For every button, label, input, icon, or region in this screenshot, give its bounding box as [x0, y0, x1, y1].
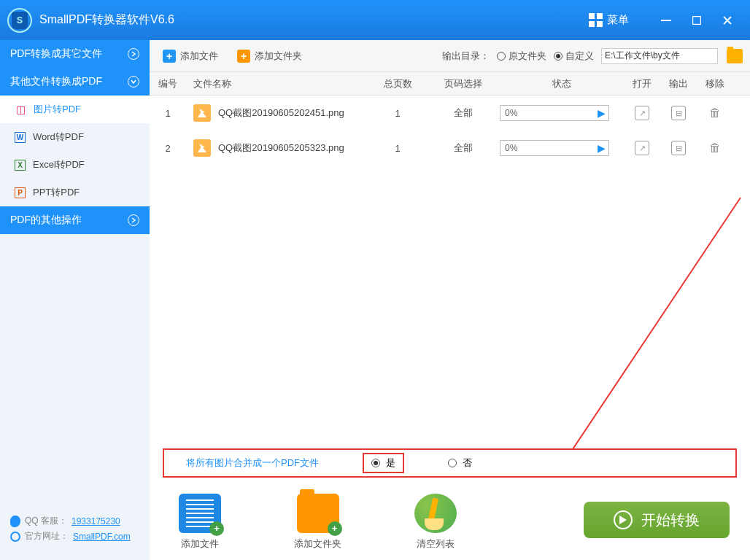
- open-button[interactable]: ↗: [635, 141, 649, 155]
- play-icon: ▶: [598, 142, 606, 154]
- sidebar: PDF转换成其它文件 其他文件转换成PDF ◫ 图片转PDF W Word转PD…: [0, 40, 150, 560]
- radio-custom-folder[interactable]: 自定义: [554, 50, 594, 63]
- menu-button[interactable]: 菜单: [607, 13, 629, 27]
- progress-bar[interactable]: 0%▶: [500, 140, 609, 156]
- play-circle-icon: [614, 510, 633, 529]
- col-remove: 移除: [697, 77, 733, 90]
- sidebar-item-label: PPT转PDF: [33, 186, 80, 199]
- image-file-icon: [193, 139, 211, 157]
- browse-folder-button[interactable]: [727, 49, 743, 63]
- cell-pages: 1: [368, 108, 427, 119]
- minimize-button[interactable]: [655, 13, 677, 28]
- svg-line-2: [551, 198, 741, 448]
- site-label: 官方网址：: [25, 530, 69, 542]
- clear-list-action[interactable]: 清空列表: [414, 494, 457, 551]
- chevron-right-icon: [128, 214, 139, 226]
- toolbar: +添加文件 +添加文件夹 输出目录： 原文件夹 自定义 E:\工作文件\by文件: [150, 40, 750, 72]
- section-pdf-other-ops[interactable]: PDF的其他操作: [0, 206, 150, 234]
- add-file-button[interactable]: +添加文件: [157, 47, 224, 66]
- col-output: 输出: [660, 77, 697, 90]
- sidebar-item-label: 图片转PDF: [34, 103, 81, 116]
- progress-bar[interactable]: 0%▶: [500, 105, 609, 121]
- open-button[interactable]: ↗: [635, 106, 649, 120]
- maximize-button[interactable]: [686, 13, 708, 28]
- word-icon: W: [15, 132, 26, 143]
- sidebar-item-word-to-pdf[interactable]: W Word转PDF: [0, 123, 150, 151]
- merge-option-label: 将所有图片合并成一个PDF文件: [186, 456, 319, 470]
- svg-rect-1: [693, 16, 701, 24]
- section-other-to-pdf[interactable]: 其他文件转换成PDF: [0, 68, 150, 96]
- cell-pages: 1: [368, 143, 427, 154]
- qq-icon: [10, 516, 20, 527]
- cell-filename: QQ截图20190605202451.png: [218, 106, 344, 120]
- remove-button[interactable]: 🗑: [708, 106, 722, 120]
- merge-option-bar: 将所有图片合并成一个PDF文件 是 否: [163, 448, 737, 478]
- cell-filename: QQ截图20190605205323.png: [218, 141, 344, 155]
- radio-no[interactable]: 否: [448, 456, 472, 470]
- sidebar-item-image-to-pdf[interactable]: ◫ 图片转PDF: [0, 96, 150, 123]
- add-file-action[interactable]: 添加文件: [179, 494, 221, 551]
- plus-icon: +: [237, 50, 250, 63]
- remove-button[interactable]: 🗑: [708, 141, 722, 155]
- output-button[interactable]: ⊟: [671, 106, 686, 120]
- plus-icon: +: [163, 50, 176, 63]
- bottom-actions: 添加文件 添加文件夹 清空列表 开始转换: [150, 483, 750, 560]
- col-status: 状态: [500, 77, 624, 90]
- ppt-icon: P: [15, 187, 26, 198]
- svg-rect-0: [661, 20, 671, 21]
- menu-grid-icon[interactable]: [589, 13, 603, 27]
- output-path-input[interactable]: E:\工作文件\by文件: [601, 48, 718, 64]
- col-pages: 总页数: [368, 77, 427, 90]
- add-folder-icon: [297, 494, 339, 533]
- col-filename: 文件名称: [186, 77, 368, 90]
- app-title: SmallPDF转换器软件V6.6: [39, 12, 174, 28]
- qq-link[interactable]: 1933175230: [71, 516, 120, 526]
- cell-index: 1: [150, 108, 186, 119]
- add-folder-action[interactable]: 添加文件夹: [294, 494, 341, 551]
- table-header: 编号 文件名称 总页数 页码选择 状态 打开 输出 移除: [150, 72, 750, 96]
- radio-yes[interactable]: 是: [363, 453, 404, 473]
- radio-source-folder[interactable]: 原文件夹: [497, 50, 546, 63]
- titlebar: S SmallPDF转换器软件V6.6 菜单: [0, 0, 750, 40]
- excel-icon: X: [15, 160, 26, 171]
- image-icon: ◫: [15, 104, 26, 115]
- annotation-arrow-icon: [544, 190, 748, 448]
- section-label: PDF转换成其它文件: [10, 47, 102, 61]
- sidebar-item-label: Excel转PDF: [33, 158, 85, 171]
- close-button[interactable]: [716, 13, 738, 28]
- col-index: 编号: [150, 77, 186, 90]
- qq-label: QQ 客服：: [25, 515, 67, 527]
- file-list: 1 QQ截图20190605202451.png 1 全部 0%▶ ↗ ⊟ 🗑 …: [150, 96, 750, 448]
- button-label: 添加文件夹: [255, 50, 302, 63]
- section-pdf-to-other[interactable]: PDF转换成其它文件: [0, 40, 150, 68]
- sidebar-footer: QQ 客服：1933175230 官方网址：SmallPDF.com: [0, 505, 150, 560]
- cell-index: 2: [150, 143, 186, 154]
- sidebar-item-label: Word转PDF: [33, 131, 84, 144]
- sidebar-item-excel-to-pdf[interactable]: X Excel转PDF: [0, 151, 150, 179]
- cell-page-select[interactable]: 全部: [427, 106, 500, 120]
- globe-icon: [10, 532, 20, 542]
- add-file-icon: [179, 494, 221, 533]
- cell-page-select[interactable]: 全部: [427, 141, 500, 155]
- main-panel: +添加文件 +添加文件夹 输出目录： 原文件夹 自定义 E:\工作文件\by文件…: [150, 40, 750, 560]
- broom-icon: [414, 494, 457, 533]
- output-button[interactable]: ⊟: [671, 141, 686, 155]
- app-logo-icon: S: [7, 8, 32, 33]
- start-convert-button[interactable]: 开始转换: [584, 502, 730, 538]
- chevron-down-icon: [128, 76, 139, 88]
- sidebar-item-ppt-to-pdf[interactable]: P PPT转PDF: [0, 179, 150, 206]
- col-open: 打开: [624, 77, 660, 90]
- table-row[interactable]: 1 QQ截图20190605202451.png 1 全部 0%▶ ↗ ⊟ 🗑: [150, 96, 750, 131]
- play-icon: ▶: [598, 107, 606, 119]
- image-file-icon: [193, 104, 211, 122]
- section-label: 其他文件转换成PDF: [10, 75, 102, 88]
- output-dir-label: 输出目录：: [442, 50, 490, 63]
- site-link[interactable]: SmallPDF.com: [73, 532, 131, 542]
- button-label: 添加文件: [180, 50, 218, 63]
- table-row[interactable]: 2 QQ截图20190605205323.png 1 全部 0%▶ ↗ ⊟ 🗑: [150, 131, 750, 166]
- chevron-right-icon: [128, 48, 139, 60]
- col-page-select: 页码选择: [427, 77, 500, 90]
- add-folder-button[interactable]: +添加文件夹: [231, 47, 308, 66]
- section-label: PDF的其他操作: [10, 214, 82, 227]
